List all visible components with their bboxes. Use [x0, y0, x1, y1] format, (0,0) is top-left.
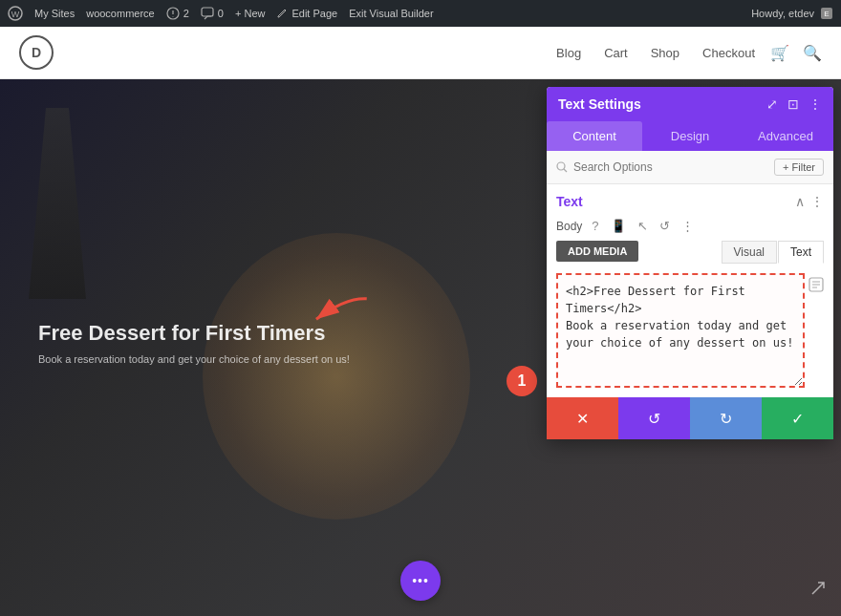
howdy-user[interactable]: Howdy, etdev E: [751, 7, 833, 20]
toolbar-help-icon[interactable]: ?: [590, 217, 600, 235]
save-button[interactable]: ✓: [762, 397, 833, 439]
nav-bar: D Blog Cart Shop Checkout 🛒 🔍: [0, 27, 841, 79]
nav-blog[interactable]: Blog: [556, 46, 581, 60]
fab-button[interactable]: •••: [400, 561, 441, 601]
nav-icons: 🛒 🔍: [770, 44, 822, 62]
filter-button[interactable]: + Filter: [774, 159, 824, 176]
panel-expand-icon[interactable]: ⤢: [766, 96, 778, 112]
search-icon: [556, 161, 568, 173]
exit-builder-link[interactable]: Exit Visual Builder: [349, 8, 433, 19]
tab-advanced[interactable]: Advanced: [738, 121, 833, 151]
hero-text: Free Dessert for First Timers Book a res…: [38, 321, 350, 365]
section-collapse-btn[interactable]: ∧: [795, 194, 805, 209]
editor-side-icon[interactable]: [809, 273, 824, 296]
panel-search-bar: + Filter: [547, 151, 833, 184]
updates-link[interactable]: 2: [166, 7, 189, 20]
tab-content[interactable]: Content: [547, 121, 642, 151]
editor-textarea[interactable]: <h2>Free Dessert for First Timers</h2> B…: [556, 273, 805, 388]
body-label: Body: [556, 220, 582, 233]
redo-button[interactable]: ↻: [690, 397, 762, 439]
panel-tabs: Content Design Advanced: [547, 121, 833, 151]
svg-text:W: W: [11, 10, 20, 19]
nav-links: Blog Cart Shop Checkout: [556, 46, 755, 60]
my-sites[interactable]: My Sites: [34, 8, 75, 19]
edit-page-link[interactable]: Edit Page: [276, 8, 337, 19]
new-link[interactable]: + New: [235, 8, 266, 19]
hero-heading: Free Dessert for First Timers: [38, 321, 350, 346]
wp-logo[interactable]: W: [8, 6, 23, 21]
search-options-input[interactable]: [573, 160, 768, 174]
woocommerce-link[interactable]: woocommerce: [86, 8, 155, 19]
add-media-button[interactable]: ADD MEDIA: [556, 241, 638, 262]
toolbar-more-icon[interactable]: ⋮: [679, 217, 696, 235]
site-logo[interactable]: D: [19, 35, 54, 70]
icecream-visual: [203, 233, 470, 520]
comments-link[interactable]: 0: [201, 7, 224, 20]
tab-visual[interactable]: Visual: [722, 241, 777, 264]
nav-cart[interactable]: Cart: [604, 46, 628, 60]
nav-shop[interactable]: Shop: [651, 46, 679, 60]
section-controls: ∧ ⋮: [795, 194, 824, 209]
editor-area-wrapper: <h2>Free Dessert for First Timers</h2> B…: [556, 273, 824, 388]
editor-tabs: Visual Text: [722, 241, 824, 264]
section-more-btn[interactable]: ⋮: [810, 194, 824, 209]
search-icon[interactable]: 🔍: [803, 44, 822, 62]
section-header: Text ∧ ⋮: [556, 194, 824, 209]
tab-design[interactable]: Design: [642, 121, 738, 151]
svg-rect-3: [202, 8, 213, 16]
hero-subtext: Book a reservation today and get your ch…: [38, 353, 350, 365]
nav-checkout[interactable]: Checkout: [702, 46, 755, 60]
step-badge: 1: [507, 366, 537, 396]
main-area: Free Dessert for First Timers Book a res…: [0, 79, 841, 616]
body-toolbar: Body ? 📱 ↖ ↺ ⋮: [556, 217, 824, 235]
svg-point-7: [557, 162, 565, 170]
toolbar-cursor-icon[interactable]: ↖: [636, 217, 650, 235]
admin-bar: W My Sites woocommerce 2 0 + New Edit Pa…: [0, 0, 841, 27]
panel-layout-icon[interactable]: ⊡: [787, 96, 799, 112]
svg-text:E: E: [824, 10, 829, 18]
section-title: Text: [556, 194, 795, 209]
cancel-button[interactable]: ✕: [547, 397, 618, 439]
settings-panel: Text Settings ⤢ ⊡ ⋮ Content Design Advan…: [547, 87, 833, 439]
cart-icon[interactable]: 🛒: [770, 44, 789, 62]
corner-icon: [809, 579, 828, 603]
panel-body: Text ∧ ⋮ Body ? 📱 ↖ ↺ ⋮ ADD MEDIA Visual: [547, 184, 833, 397]
undo-button[interactable]: ↺: [618, 397, 690, 439]
toolbar-mobile-icon[interactable]: 📱: [609, 217, 628, 235]
toolbar-undo-icon[interactable]: ↺: [658, 217, 672, 235]
panel-more-icon[interactable]: ⋮: [809, 96, 822, 112]
panel-footer: ✕ ↺ ↻ ✓: [547, 397, 833, 439]
panel-header-icons: ⤢ ⊡ ⋮: [766, 96, 822, 112]
panel-title: Text Settings: [558, 96, 766, 112]
panel-header: Text Settings ⤢ ⊡ ⋮: [547, 87, 833, 121]
tab-text[interactable]: Text: [778, 241, 824, 264]
